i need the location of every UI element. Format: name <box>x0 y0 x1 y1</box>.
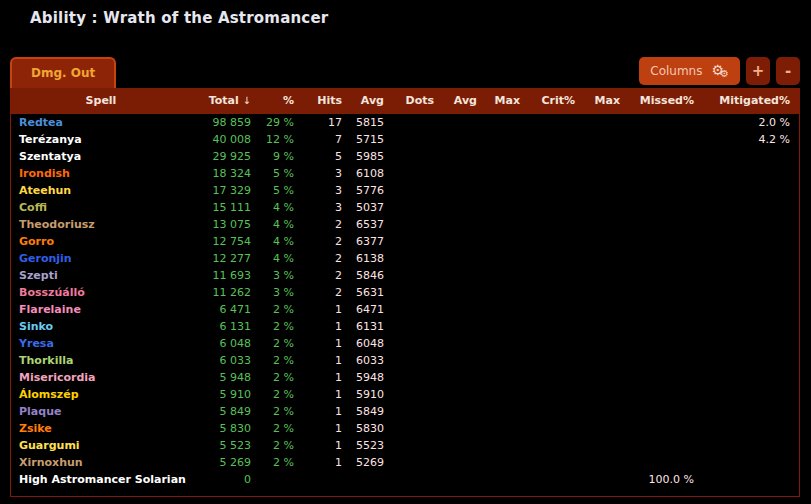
dots-value <box>388 284 438 301</box>
player-name-link[interactable]: Misericordia <box>11 369 191 386</box>
column-header-dot-avg[interactable]: Avg <box>438 88 481 114</box>
dots-value <box>388 165 438 182</box>
crit-value <box>524 182 579 199</box>
player-name-link[interactable]: Plaque <box>11 403 191 420</box>
column-header-crit[interactable]: Crit% <box>524 88 579 114</box>
max-value <box>481 369 524 386</box>
max-value <box>481 131 524 148</box>
dots-value <box>388 250 438 267</box>
total-value: 5 830 <box>191 420 255 437</box>
player-name-link[interactable]: Sinko <box>11 318 191 335</box>
player-name-link[interactable]: Coffi <box>11 199 191 216</box>
mitigated-value <box>698 182 799 199</box>
dot-avg-value <box>438 335 481 352</box>
column-header-mitigated[interactable]: Mitigated% <box>698 88 799 114</box>
hits-value: 1 <box>298 318 346 335</box>
dot-avg-value <box>438 471 481 488</box>
crit-value <box>524 352 579 369</box>
table-row: Yresa 6 048 2 % 1 6048 <box>11 335 799 352</box>
table-row: Zsike 5 830 2 % 1 5830 <box>11 420 799 437</box>
player-name-link[interactable]: Yresa <box>11 335 191 352</box>
crit-value <box>524 284 579 301</box>
column-header-crit-max[interactable]: Max <box>579 88 624 114</box>
dots-value <box>388 369 438 386</box>
columns-button-label: Columns <box>650 64 702 78</box>
column-header-max[interactable]: Max <box>481 88 524 114</box>
player-name-link[interactable]: Geronjin <box>11 250 191 267</box>
column-header-avg[interactable]: Avg <box>346 88 388 114</box>
total-value: 98 859 <box>191 114 255 131</box>
total-value: 17 329 <box>191 182 255 199</box>
add-column-button[interactable]: + <box>746 57 770 85</box>
percent-value: 2 % <box>255 335 298 352</box>
column-header-missed[interactable]: Missed% <box>624 88 698 114</box>
mitigated-value <box>698 454 799 471</box>
missed-value <box>624 182 698 199</box>
player-name-link[interactable]: Flarelaine <box>11 301 191 318</box>
max-value <box>481 386 524 403</box>
total-value: 18 324 <box>191 165 255 182</box>
column-header-hits[interactable]: Hits <box>298 88 346 114</box>
total-value: 29 925 <box>191 148 255 165</box>
table-row: Thorkilla 6 033 2 % 1 6033 <box>11 352 799 369</box>
table-body: Redtea 98 859 29 % 17 5815 2.0 % Terézan… <box>11 114 799 488</box>
player-name-link[interactable]: Zsike <box>11 420 191 437</box>
mitigated-value <box>698 267 799 284</box>
player-name-link[interactable]: Bosszúálló <box>11 284 191 301</box>
percent-value: 3 % <box>255 284 298 301</box>
player-name-link[interactable]: High Astromancer Solarian <box>11 471 191 488</box>
missed-value <box>624 216 698 233</box>
dot-avg-value <box>438 352 481 369</box>
table-row: Bosszúálló 11 262 3 % 2 5631 <box>11 284 799 301</box>
max-value <box>481 233 524 250</box>
player-name-link[interactable]: Guargumi <box>11 437 191 454</box>
max-value <box>481 335 524 352</box>
crit-value <box>524 318 579 335</box>
remove-column-button[interactable]: - <box>776 57 800 85</box>
player-name-link[interactable]: Gorro <box>11 233 191 250</box>
column-header-total[interactable]: Total ↓ <box>191 88 255 114</box>
avg-value: 6537 <box>346 216 388 233</box>
mitigated-value: 2.0 % <box>698 114 799 131</box>
toolbar: Dmg. Out Columns ⚙⚙ + - <box>10 57 800 88</box>
percent-value <box>255 471 298 488</box>
crit-max-value <box>579 318 624 335</box>
player-name-link[interactable]: Theodoriusz <box>11 216 191 233</box>
total-value: 6 048 <box>191 335 255 352</box>
player-name-link[interactable]: Álomszép <box>11 386 191 403</box>
avg-value <box>346 471 388 488</box>
mitigated-value: 4.2 % <box>698 131 799 148</box>
hits-value: 1 <box>298 420 346 437</box>
dot-avg-value <box>438 148 481 165</box>
columns-button[interactable]: Columns ⚙⚙ <box>639 57 740 85</box>
crit-value <box>524 386 579 403</box>
avg-value: 5846 <box>346 267 388 284</box>
player-name-link[interactable]: Szepti <box>11 267 191 284</box>
player-name-link[interactable]: Szentatya <box>11 148 191 165</box>
crit-value <box>524 114 579 131</box>
mitigated-value <box>698 318 799 335</box>
crit-value <box>524 301 579 318</box>
percent-value: 2 % <box>255 318 298 335</box>
missed-value <box>624 352 698 369</box>
player-name-link[interactable]: Thorkilla <box>11 352 191 369</box>
column-header-spell[interactable]: Spell <box>11 88 191 114</box>
player-name-link[interactable]: Irondish <box>11 165 191 182</box>
crit-max-value <box>579 284 624 301</box>
table-row: Redtea 98 859 29 % 17 5815 2.0 % <box>11 114 799 131</box>
column-header-dots[interactable]: Dots <box>388 88 438 114</box>
percent-value: 2 % <box>255 369 298 386</box>
player-name-link[interactable]: Redtea <box>11 114 191 131</box>
crit-max-value <box>579 454 624 471</box>
player-name-link[interactable]: Ateehun <box>11 182 191 199</box>
column-header-percent[interactable]: % <box>255 88 298 114</box>
percent-value: 2 % <box>255 420 298 437</box>
percent-value: 5 % <box>255 165 298 182</box>
percent-value: 4 % <box>255 199 298 216</box>
percent-value: 4 % <box>255 233 298 250</box>
player-name-link[interactable]: Xirnoxhun <box>11 454 191 471</box>
hits-value: 1 <box>298 369 346 386</box>
player-name-link[interactable]: Terézanya <box>11 131 191 148</box>
dots-value <box>388 403 438 420</box>
tab-dmg-out[interactable]: Dmg. Out <box>10 57 116 88</box>
